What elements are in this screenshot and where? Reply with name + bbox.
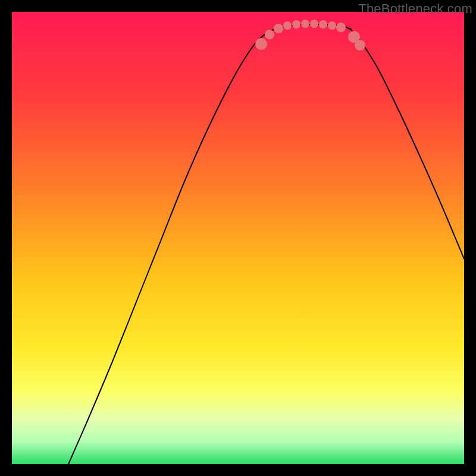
- optimum-marker: [283, 21, 292, 30]
- optimum-marker: [310, 20, 318, 28]
- optimum-marker: [328, 21, 336, 30]
- optimum-marker: [265, 30, 274, 39]
- optimum-marker: [319, 20, 327, 29]
- optimum-marker: [301, 20, 309, 28]
- optimum-marker: [255, 38, 267, 50]
- curve-plot: [12, 12, 464, 464]
- optimum-marker: [355, 40, 365, 51]
- bottleneck-curve: [68, 24, 464, 464]
- optimum-marker: [274, 24, 283, 33]
- optimum-marker: [292, 20, 300, 29]
- optimum-marker: [336, 23, 346, 32]
- chart-stage: TheBottleneck.com: [0, 0, 476, 476]
